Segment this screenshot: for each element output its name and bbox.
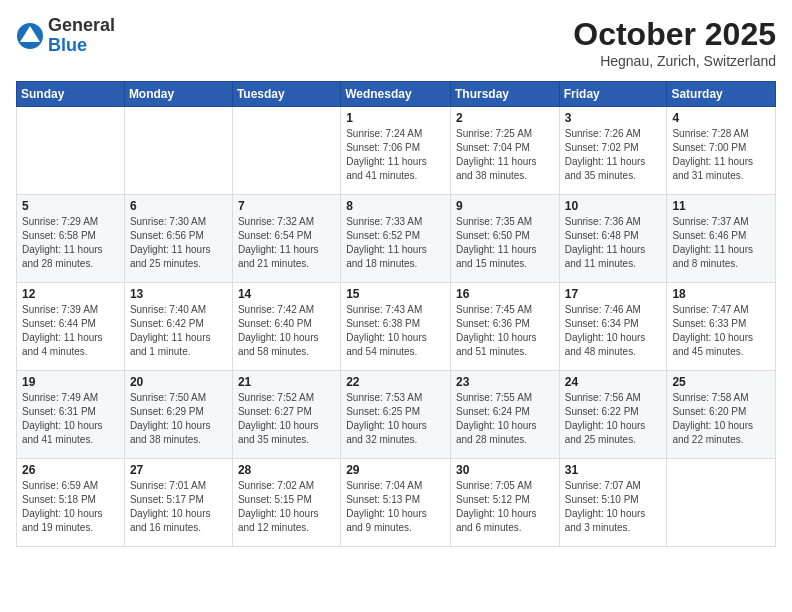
day-number: 12 (22, 287, 119, 301)
day-info: Sunrise: 7:56 AM Sunset: 6:22 PM Dayligh… (565, 391, 662, 447)
day-number: 17 (565, 287, 662, 301)
calendar-cell (17, 107, 125, 195)
calendar-cell: 27Sunrise: 7:01 AM Sunset: 5:17 PM Dayli… (124, 459, 232, 547)
calendar-cell (232, 107, 340, 195)
logo-text: General Blue (48, 16, 115, 56)
calendar-cell: 12Sunrise: 7:39 AM Sunset: 6:44 PM Dayli… (17, 283, 125, 371)
day-info: Sunrise: 7:47 AM Sunset: 6:33 PM Dayligh… (672, 303, 770, 359)
calendar-cell: 24Sunrise: 7:56 AM Sunset: 6:22 PM Dayli… (559, 371, 667, 459)
day-number: 4 (672, 111, 770, 125)
day-info: Sunrise: 7:42 AM Sunset: 6:40 PM Dayligh… (238, 303, 335, 359)
day-number: 14 (238, 287, 335, 301)
day-info: Sunrise: 7:26 AM Sunset: 7:02 PM Dayligh… (565, 127, 662, 183)
day-info: Sunrise: 7:32 AM Sunset: 6:54 PM Dayligh… (238, 215, 335, 271)
day-number: 26 (22, 463, 119, 477)
day-number: 8 (346, 199, 445, 213)
day-number: 13 (130, 287, 227, 301)
day-number: 6 (130, 199, 227, 213)
day-number: 19 (22, 375, 119, 389)
day-number: 25 (672, 375, 770, 389)
day-info: Sunrise: 7:01 AM Sunset: 5:17 PM Dayligh… (130, 479, 227, 535)
calendar-week-row: 26Sunrise: 6:59 AM Sunset: 5:18 PM Dayli… (17, 459, 776, 547)
calendar-week-row: 19Sunrise: 7:49 AM Sunset: 6:31 PM Dayli… (17, 371, 776, 459)
calendar-cell (667, 459, 776, 547)
logo-icon (16, 22, 44, 50)
day-info: Sunrise: 7:35 AM Sunset: 6:50 PM Dayligh… (456, 215, 554, 271)
day-info: Sunrise: 7:46 AM Sunset: 6:34 PM Dayligh… (565, 303, 662, 359)
day-info: Sunrise: 7:58 AM Sunset: 6:20 PM Dayligh… (672, 391, 770, 447)
day-info: Sunrise: 7:02 AM Sunset: 5:15 PM Dayligh… (238, 479, 335, 535)
day-number: 31 (565, 463, 662, 477)
calendar-cell: 31Sunrise: 7:07 AM Sunset: 5:10 PM Dayli… (559, 459, 667, 547)
logo: General Blue (16, 16, 115, 56)
month-title: October 2025 (573, 16, 776, 53)
day-info: Sunrise: 7:49 AM Sunset: 6:31 PM Dayligh… (22, 391, 119, 447)
weekday-header-row: SundayMondayTuesdayWednesdayThursdayFrid… (17, 82, 776, 107)
calendar-cell: 3Sunrise: 7:26 AM Sunset: 7:02 PM Daylig… (559, 107, 667, 195)
calendar-cell: 1Sunrise: 7:24 AM Sunset: 7:06 PM Daylig… (341, 107, 451, 195)
calendar-cell: 9Sunrise: 7:35 AM Sunset: 6:50 PM Daylig… (450, 195, 559, 283)
calendar-week-row: 1Sunrise: 7:24 AM Sunset: 7:06 PM Daylig… (17, 107, 776, 195)
calendar-week-row: 5Sunrise: 7:29 AM Sunset: 6:58 PM Daylig… (17, 195, 776, 283)
day-number: 7 (238, 199, 335, 213)
day-info: Sunrise: 7:29 AM Sunset: 6:58 PM Dayligh… (22, 215, 119, 271)
day-number: 28 (238, 463, 335, 477)
day-number: 27 (130, 463, 227, 477)
day-number: 2 (456, 111, 554, 125)
weekday-header: Wednesday (341, 82, 451, 107)
page-header: General Blue October 2025 Hegnau, Zurich… (16, 16, 776, 69)
day-number: 29 (346, 463, 445, 477)
day-number: 5 (22, 199, 119, 213)
calendar-cell: 20Sunrise: 7:50 AM Sunset: 6:29 PM Dayli… (124, 371, 232, 459)
day-number: 9 (456, 199, 554, 213)
calendar-cell: 15Sunrise: 7:43 AM Sunset: 6:38 PM Dayli… (341, 283, 451, 371)
day-number: 15 (346, 287, 445, 301)
calendar-cell: 16Sunrise: 7:45 AM Sunset: 6:36 PM Dayli… (450, 283, 559, 371)
day-number: 20 (130, 375, 227, 389)
calendar-cell: 25Sunrise: 7:58 AM Sunset: 6:20 PM Dayli… (667, 371, 776, 459)
weekday-header: Monday (124, 82, 232, 107)
day-number: 22 (346, 375, 445, 389)
calendar-cell: 29Sunrise: 7:04 AM Sunset: 5:13 PM Dayli… (341, 459, 451, 547)
day-info: Sunrise: 7:25 AM Sunset: 7:04 PM Dayligh… (456, 127, 554, 183)
location: Hegnau, Zurich, Switzerland (573, 53, 776, 69)
calendar-cell: 17Sunrise: 7:46 AM Sunset: 6:34 PM Dayli… (559, 283, 667, 371)
day-info: Sunrise: 7:24 AM Sunset: 7:06 PM Dayligh… (346, 127, 445, 183)
day-number: 11 (672, 199, 770, 213)
calendar-cell: 23Sunrise: 7:55 AM Sunset: 6:24 PM Dayli… (450, 371, 559, 459)
calendar-cell: 13Sunrise: 7:40 AM Sunset: 6:42 PM Dayli… (124, 283, 232, 371)
day-info: Sunrise: 7:43 AM Sunset: 6:38 PM Dayligh… (346, 303, 445, 359)
day-info: Sunrise: 7:28 AM Sunset: 7:00 PM Dayligh… (672, 127, 770, 183)
day-number: 10 (565, 199, 662, 213)
day-info: Sunrise: 7:36 AM Sunset: 6:48 PM Dayligh… (565, 215, 662, 271)
calendar-week-row: 12Sunrise: 7:39 AM Sunset: 6:44 PM Dayli… (17, 283, 776, 371)
day-info: Sunrise: 6:59 AM Sunset: 5:18 PM Dayligh… (22, 479, 119, 535)
weekday-header: Friday (559, 82, 667, 107)
weekday-header: Saturday (667, 82, 776, 107)
calendar-cell (124, 107, 232, 195)
calendar-cell: 6Sunrise: 7:30 AM Sunset: 6:56 PM Daylig… (124, 195, 232, 283)
day-info: Sunrise: 7:37 AM Sunset: 6:46 PM Dayligh… (672, 215, 770, 271)
weekday-header: Thursday (450, 82, 559, 107)
day-number: 21 (238, 375, 335, 389)
calendar-cell: 22Sunrise: 7:53 AM Sunset: 6:25 PM Dayli… (341, 371, 451, 459)
day-number: 18 (672, 287, 770, 301)
calendar-cell: 2Sunrise: 7:25 AM Sunset: 7:04 PM Daylig… (450, 107, 559, 195)
day-number: 1 (346, 111, 445, 125)
day-info: Sunrise: 7:39 AM Sunset: 6:44 PM Dayligh… (22, 303, 119, 359)
calendar-cell: 18Sunrise: 7:47 AM Sunset: 6:33 PM Dayli… (667, 283, 776, 371)
calendar-cell: 11Sunrise: 7:37 AM Sunset: 6:46 PM Dayli… (667, 195, 776, 283)
day-number: 23 (456, 375, 554, 389)
day-info: Sunrise: 7:04 AM Sunset: 5:13 PM Dayligh… (346, 479, 445, 535)
calendar-cell: 19Sunrise: 7:49 AM Sunset: 6:31 PM Dayli… (17, 371, 125, 459)
calendar-table: SundayMondayTuesdayWednesdayThursdayFrid… (16, 81, 776, 547)
calendar-cell: 8Sunrise: 7:33 AM Sunset: 6:52 PM Daylig… (341, 195, 451, 283)
day-number: 3 (565, 111, 662, 125)
calendar-cell: 28Sunrise: 7:02 AM Sunset: 5:15 PM Dayli… (232, 459, 340, 547)
calendar-cell: 26Sunrise: 6:59 AM Sunset: 5:18 PM Dayli… (17, 459, 125, 547)
weekday-header: Tuesday (232, 82, 340, 107)
day-info: Sunrise: 7:33 AM Sunset: 6:52 PM Dayligh… (346, 215, 445, 271)
calendar-cell: 10Sunrise: 7:36 AM Sunset: 6:48 PM Dayli… (559, 195, 667, 283)
day-number: 16 (456, 287, 554, 301)
day-info: Sunrise: 7:45 AM Sunset: 6:36 PM Dayligh… (456, 303, 554, 359)
